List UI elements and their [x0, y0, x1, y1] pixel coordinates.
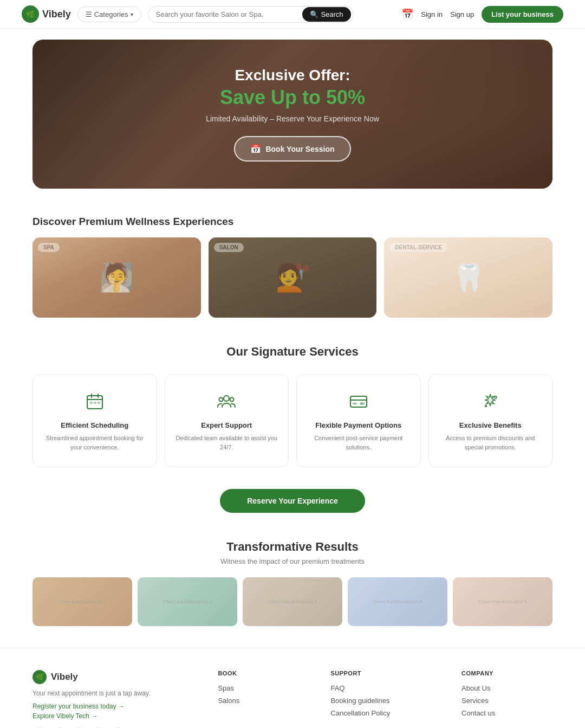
footer-tagline: Your next appointment is just a tap away… — [32, 690, 196, 697]
result-label-5: Client transformation 5 — [478, 599, 528, 604]
svg-point-9 — [230, 398, 234, 402]
scheduling-icon — [83, 390, 107, 414]
results-grid: Client transformation 1 Client transform… — [32, 577, 552, 626]
footer-top: 🌿 Vibely Your next appointment is just a… — [32, 670, 552, 728]
footer-register-link[interactable]: Register your business today → — [32, 703, 196, 710]
calendar-icon[interactable]: 📅 — [401, 8, 413, 20]
result-label-3: Client transformation 3 — [268, 599, 317, 604]
hero-title-text: Exclusive Offer: — [235, 67, 350, 83]
nav-right: 📅 Sign in Sign up List your business — [401, 6, 563, 23]
footer-logo-icon: 🌿 — [32, 670, 47, 684]
navbar: 🌿 Vibely ☰ Categories ▾ 🔍 Search 📅 Sign … — [0, 0, 585, 29]
search-button[interactable]: 🔍 Search — [302, 7, 350, 22]
sign-in-link[interactable]: Sign in — [421, 10, 443, 18]
reserve-section: Reserve Your Experience — [0, 484, 585, 534]
benefits-icon — [478, 390, 502, 414]
footer-support-col: SUPPORT FAQ Booking guidelines Cancellat… — [330, 670, 440, 728]
svg-rect-4 — [90, 402, 93, 404]
calendar-book-icon: 📅 — [250, 144, 261, 154]
svg-point-16 — [485, 405, 487, 407]
service-name-support: Expert Support — [175, 421, 279, 429]
result-card-1: Client transformation 1 — [32, 577, 132, 626]
discover-section: Discover Premium Wellness Experiences SP… — [0, 199, 585, 328]
footer-logo: 🌿 Vibely — [32, 670, 196, 684]
service-name-scheduling: Efficient Scheduling — [43, 421, 147, 429]
result-card-4: Client transformation 4 — [348, 577, 447, 626]
search-input[interactable] — [156, 7, 303, 22]
svg-point-8 — [219, 398, 223, 402]
category-grid: SPA 🧖 SALON 💇 DENTAL-SERVICE 🦷 — [32, 237, 552, 318]
services-title: Our Signature Services — [32, 345, 552, 359]
reserve-button[interactable]: Reserve Your Experience — [220, 489, 365, 513]
footer-cancellation-link[interactable]: Cancellation Policy — [330, 709, 440, 717]
logo-icon: 🌿 — [22, 5, 39, 23]
footer-about-link[interactable]: About Us — [461, 684, 552, 692]
service-desc-support: Dedicated team available to assist you 2… — [175, 434, 279, 452]
spa-visual: 🧖 — [32, 237, 201, 318]
footer-support-title: SUPPORT — [330, 670, 440, 677]
hero-section: Exclusive Offer: Save Up to 50% Limited … — [32, 40, 552, 189]
search-icon: 🔍 — [310, 10, 318, 18]
results-subtitle: Witness the impact of our premium treatm… — [32, 557, 552, 565]
svg-rect-12 — [353, 403, 357, 404]
book-session-button[interactable]: 📅 Book Your Session — [234, 136, 350, 162]
service-card-payment: Flexible Payment Options Convenient post… — [296, 374, 421, 467]
service-card-support: Expert Support Dedicated team available … — [165, 374, 289, 467]
footer-explore-link[interactable]: Explore Vibely Tech → — [32, 712, 196, 720]
footer-brand-col: 🌿 Vibely Your next appointment is just a… — [32, 670, 196, 728]
logo-text: Vibely — [42, 9, 71, 20]
footer-company-col: COMPANY About Us Services Contact us — [461, 670, 552, 728]
svg-rect-6 — [98, 402, 100, 404]
service-name-benefits: Exclusive Benefits — [439, 421, 543, 429]
results-section: Transformative Results Witness the impac… — [0, 534, 585, 648]
footer-faq-link[interactable]: FAQ — [330, 684, 440, 692]
footer-company-title: COMPANY — [461, 670, 552, 677]
hero-title: Exclusive Offer: — [206, 67, 379, 84]
footer-salons-link[interactable]: Salons — [218, 697, 309, 705]
support-icon — [214, 390, 238, 414]
service-desc-scheduling: Streamlined appointment booking for your… — [43, 434, 147, 452]
footer-spas-link[interactable]: Spas — [218, 684, 309, 692]
discover-title: Discover Premium Wellness Experiences — [32, 216, 552, 228]
footer-contact-link[interactable]: Contact us — [461, 709, 552, 717]
categories-button[interactable]: ☰ Categories ▾ — [77, 7, 141, 22]
svg-rect-5 — [94, 402, 96, 404]
footer: 🌿 Vibely Your next appointment is just a… — [0, 648, 585, 728]
svg-rect-10 — [350, 396, 367, 407]
footer-book-title: BOOK — [218, 670, 309, 677]
result-label-4: Client transformation 4 — [373, 599, 422, 604]
services-section: Our Signature Services Efficient Schedul… — [0, 328, 585, 484]
dental-visual: 🦷 — [384, 237, 552, 318]
result-card-2: Client transformation 2 — [138, 577, 237, 626]
service-desc-payment: Convenient post-service payment solution… — [307, 434, 411, 452]
service-card-benefits: Exclusive Benefits Access to premium dis… — [428, 374, 553, 467]
service-name-payment: Flexible Payment Options — [307, 421, 411, 429]
services-grid: Efficient Scheduling Streamlined appoint… — [32, 374, 552, 467]
logo[interactable]: 🌿 Vibely — [22, 5, 71, 23]
result-label-1: Client transformation 1 — [58, 599, 107, 604]
service-desc-benefits: Access to premium discounts and special … — [439, 434, 543, 452]
search-bar: 🔍 Search — [148, 6, 354, 23]
category-card-spa[interactable]: SPA 🧖 — [32, 237, 201, 318]
payment-icon — [347, 390, 370, 414]
category-card-salon[interactable]: SALON 💇 — [209, 237, 377, 318]
list-business-button[interactable]: List your business — [482, 6, 563, 23]
hero-discount: Save Up to 50% — [206, 86, 379, 109]
categories-label: Categories — [94, 10, 128, 18]
hero-content: Exclusive Offer: Save Up to 50% Limited … — [206, 67, 379, 162]
chevron-down-icon: ▾ — [131, 11, 133, 17]
result-label-2: Client transformation 2 — [163, 599, 212, 604]
category-card-dental[interactable]: DENTAL-SERVICE 🦷 — [384, 237, 552, 318]
hero-subtitle: Limited Availability – Reserve Your Expe… — [206, 114, 379, 123]
result-card-5: Client transformation 5 — [453, 577, 552, 626]
svg-point-7 — [224, 396, 229, 401]
footer-services-link[interactable]: Services — [461, 697, 552, 705]
footer-book-col: BOOK Spas Salons — [218, 670, 309, 728]
search-button-label: Search — [321, 10, 343, 18]
salon-visual: 💇 — [209, 237, 377, 318]
result-card-3: Client transformation 3 — [243, 577, 342, 626]
svg-point-14 — [360, 402, 362, 405]
footer-booking-guidelines-link[interactable]: Booking guidelines — [330, 697, 440, 705]
svg-point-15 — [495, 396, 497, 398]
sign-up-link[interactable]: Sign up — [450, 10, 474, 18]
